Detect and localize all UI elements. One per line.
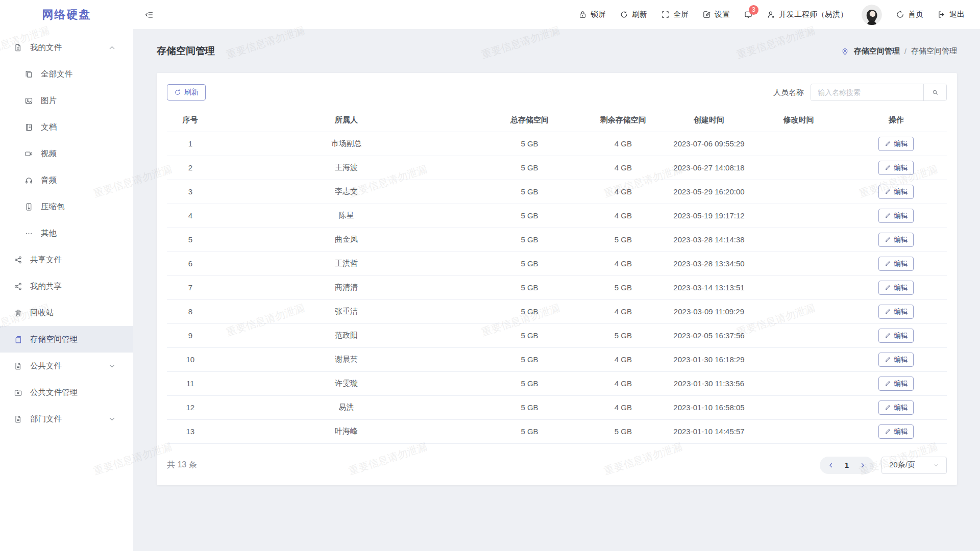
sidebar-item-my-shares[interactable]: 我的共享 [0,273,133,299]
logout-label: 退出 [949,10,965,19]
table-row[interactable]: 1 市场副总 5 GB 4 GB 2023-07-06 09:55:29 编辑 [167,132,947,156]
more-dots-icon [24,229,33,238]
table-row[interactable]: 2 王海波 5 GB 4 GB 2023-06-27 14:08:18 编辑 [167,156,947,180]
home-button[interactable]: 首页 [896,10,923,19]
table-refresh-label: 刷新 [184,88,199,97]
sidebar-item-public-files[interactable]: 公共文件 [0,353,133,379]
sidebar-item-label: 视频 [41,148,57,159]
logout-button[interactable]: 退出 [937,10,965,19]
table-row[interactable]: 12 易洪 5 GB 4 GB 2023-01-10 16:58:05 编辑 [167,395,947,419]
cell-created: 2023-03-09 11:09:29 [666,299,752,323]
avatar[interactable] [862,5,882,25]
cell-total: 5 GB [479,419,580,443]
column-header-modified: 修改时间 [752,109,845,132]
cell-actions: 编辑 [845,276,947,299]
sidebar-menu: 我的文件 全部文件 图片 文档 视频 音频 [0,29,133,432]
collapse-menu-icon [144,10,154,19]
edit-button[interactable]: 编辑 [878,185,914,199]
cell-remaining: 4 GB [580,156,666,180]
lock-screen-button[interactable]: 锁屏 [578,10,606,19]
sidebar-item-archives[interactable]: 压缩包 [0,193,133,220]
cell-modified [752,347,845,371]
cell-created: 2023-01-10 16:58:05 [666,395,752,419]
edit-button[interactable]: 编辑 [878,305,914,319]
edit-button[interactable]: 编辑 [878,377,914,391]
cell-created: 2023-03-14 13:13:51 [666,276,752,299]
image-icon [24,96,33,105]
search-input[interactable] [811,84,923,101]
cell-total: 5 GB [479,156,580,180]
sidebar-item-label: 公共文件管理 [30,387,78,398]
search-button[interactable] [923,84,946,101]
sidebar-item-label: 我的共享 [30,281,62,292]
table-row[interactable]: 3 李志文 5 GB 4 GB 2023-05-29 16:20:00 编辑 [167,180,947,204]
table-row[interactable]: 13 叶海峰 5 GB 5 GB 2023-01-10 14:45:57 编辑 [167,419,947,443]
cell-owner: 商清清 [214,276,479,299]
edit-button[interactable]: 编辑 [878,233,914,247]
cell-no: 2 [167,156,214,180]
refresh-page-button[interactable]: 刷新 [620,10,647,19]
cell-actions: 编辑 [845,132,947,156]
sidebar-item-others[interactable]: 其他 [0,220,133,246]
table-row[interactable]: 10 谢晨芸 5 GB 4 GB 2023-01-30 16:18:29 编辑 [167,347,947,371]
edit-button[interactable]: 编辑 [878,329,914,343]
sidebar-item-department-files[interactable]: 部门文件 [0,406,133,432]
edit-button[interactable]: 编辑 [878,257,914,271]
edit-button[interactable]: 编辑 [878,281,914,295]
edit-button[interactable]: 编辑 [878,353,914,367]
prev-page-button[interactable] [827,462,835,469]
column-header-no: 序号 [167,109,214,132]
edit-button[interactable]: 编辑 [878,424,914,439]
page-size-select[interactable]: 20条/页 [881,457,947,474]
table-row[interactable]: 9 范政阳 5 GB 5 GB 2023-02-05 16:37:56 编辑 [167,323,947,347]
sidebar-item-documents[interactable]: 文档 [0,114,133,140]
edit-button[interactable]: 编辑 [878,137,914,151]
sidebar-item-label: 我的文件 [30,42,62,53]
cell-actions: 编辑 [845,180,947,204]
cell-owner: 张重洁 [214,299,479,323]
table-row[interactable]: 8 张重洁 5 GB 4 GB 2023-03-09 11:09:29 编辑 [167,299,947,323]
table-row[interactable]: 6 王洪哲 5 GB 4 GB 2023-03-28 13:34:50 编辑 [167,252,947,276]
page-title: 存储空间管理 [157,44,215,58]
table-row[interactable]: 11 许雯璇 5 GB 4 GB 2023-01-30 11:33:56 编辑 [167,371,947,395]
cell-created: 2023-07-06 09:55:29 [666,132,752,156]
card-footer: 共 13 条 1 20条/页 [167,457,947,474]
edit-button[interactable]: 编辑 [878,161,914,175]
cell-modified [752,323,845,347]
sidebar-item-recycle-bin[interactable]: 回收站 [0,299,133,326]
edit-button[interactable]: 编辑 [878,400,914,415]
sidebar-item-shared-files[interactable]: 共享文件 [0,246,133,273]
table-refresh-button[interactable]: 刷新 [167,84,206,101]
sidebar-collapse-button[interactable] [144,10,154,19]
fullscreen-button[interactable]: 全屏 [661,10,689,19]
column-header-remaining: 剩余存储空间 [580,109,666,132]
brand-logo: 网络硬盘 [0,0,133,29]
cell-actions: 编辑 [845,371,947,395]
table-row[interactable]: 5 曲金凤 5 GB 5 GB 2023-03-28 14:14:38 编辑 [167,228,947,252]
table-row[interactable]: 7 商清清 5 GB 5 GB 2023-03-14 13:13:51 编辑 [167,276,947,299]
table-row[interactable]: 4 陈星 5 GB 4 GB 2023-05-19 19:17:12 编辑 [167,204,947,228]
user-menu[interactable]: 开发工程师（易洪） [767,10,848,19]
breadcrumb-root[interactable]: 存储空间管理 [854,46,900,56]
sidebar-item-storage-management[interactable]: 存储空间管理 [0,326,133,353]
sidebar-item-all-files[interactable]: 全部文件 [0,61,133,87]
cell-no: 12 [167,395,214,419]
sidebar-item-public-files-management[interactable]: 公共文件管理 [0,379,133,406]
sidebar-item-label: 部门文件 [30,414,62,424]
sidebar-item-images[interactable]: 图片 [0,87,133,114]
cell-total: 5 GB [479,276,580,299]
search-label: 人员名称 [773,88,804,97]
cell-remaining: 5 GB [580,323,666,347]
cell-total: 5 GB [479,347,580,371]
sidebar-item-videos[interactable]: 视频 [0,140,133,167]
archive-icon [24,203,33,211]
home-back-icon [896,10,904,19]
notifications-button[interactable]: 3 [744,10,753,19]
next-page-button[interactable] [859,462,866,469]
sidebar-item-audio[interactable]: 音频 [0,167,133,193]
edit-button-label: 编辑 [894,403,908,412]
chevron-down-icon [108,415,116,423]
edit-button[interactable]: 编辑 [878,209,914,223]
sidebar-item-my-files[interactable]: 我的文件 [0,34,133,61]
settings-button[interactable]: 设置 [702,10,730,19]
